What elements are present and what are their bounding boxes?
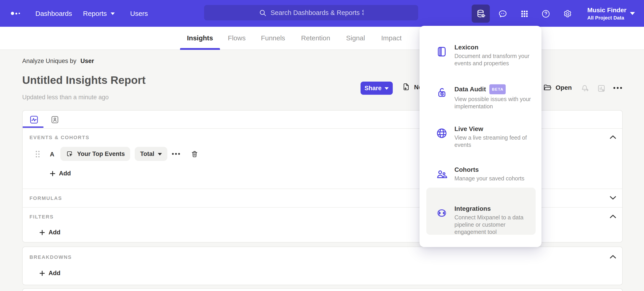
drag-dots-icon [35,150,40,158]
menu-item-live-view[interactable]: Live View View a live streaming feed of … [426,122,536,163]
project-name: Music Finder [587,6,626,13]
dashboard-plus-icon [597,84,606,93]
create-alert-button[interactable] [580,84,590,93]
more-dots-icon [613,87,622,89]
open-report-label: Open [556,84,572,91]
profiles-view-tab[interactable] [50,115,60,124]
menu-item-desc: View a live streaming feed of events [454,134,534,149]
aggregation-select-button[interactable]: Total [135,147,168,161]
filters-collapse-chevron[interactable] [610,214,616,219]
chevron-up-icon [610,135,616,139]
add-to-dashboard-button[interactable] [597,84,606,93]
settings-button[interactable] [562,8,572,18]
breakdowns-collapse-chevron[interactable] [610,255,616,259]
integrations-icon [436,207,448,219]
more-options-button[interactable] [613,87,622,89]
logo-dot [18,13,20,14]
add-event-label: Add [59,170,71,177]
tab-insights[interactable]: Insights [187,34,213,42]
add-event-button[interactable]: Add [50,170,71,177]
breakdowns-card: BREAKDOWNS Add [22,247,623,285]
aggregation-label: Total [140,150,154,157]
event-select-button[interactable]: Your Top Events [60,147,130,161]
grid-icon [520,9,528,18]
feedback-button[interactable] [498,8,508,18]
data-management-button[interactable] [472,4,490,23]
search-icon [259,9,266,16]
menu-item-title: Data AuditBETA [454,84,534,94]
tab-signal[interactable]: Signal [346,34,365,42]
profile-card-icon [50,115,60,124]
tab-retention[interactable]: Retention [301,34,330,42]
menu-item-text: Data AuditBETA View possible issues with… [454,84,534,122]
updated-timestamp: Updated less than a minute ago [22,94,108,101]
beta-badge: BETA [490,84,506,94]
nav-item-reports[interactable]: Reports [83,9,114,17]
chevron-up-icon [610,255,616,259]
chevron-down-icon [110,12,114,15]
logo-dot [11,12,14,15]
event-row-more-button[interactable] [172,153,180,155]
question-circle-icon [541,9,550,18]
event-cursor-icon [66,150,74,158]
report-type-tabbar: Insights Flows Funnels Retention Signal … [0,27,644,50]
menu-item-text: Live View View a live streaming feed of … [454,125,534,163]
new-report-icon [402,82,410,91]
project-selector[interactable]: Music Finder All Project Data [587,6,626,20]
menu-item-desc: Connect Mixpanel to a data pipeline or c… [454,214,534,236]
metrics-view-tab[interactable] [29,115,39,125]
menu-item-title: Integrations [454,205,534,213]
nav-item-users[interactable]: Users [130,9,148,17]
search-input[interactable] [270,9,364,16]
logo-dot [16,12,17,14]
apps-grid-button[interactable] [519,8,529,18]
formulas-section-label: FORMULAS [30,195,62,201]
share-button[interactable]: Share [360,82,393,95]
events-collapse-chevron[interactable] [610,135,616,139]
drag-handle[interactable] [35,150,40,158]
menu-item-integrations[interactable]: Integrations Connect Mixpanel to a data … [426,188,536,235]
add-filter-button[interactable]: Add [40,229,60,236]
tab-funnels[interactable]: Funnels [261,34,285,42]
tab-impact[interactable]: Impact [381,34,402,42]
plus-icon [40,230,45,235]
chevron-down-icon [385,87,389,89]
feedback-bubble-icon [498,9,507,18]
report-title[interactable]: Untitled Insights Report [22,74,146,87]
next-card-edge [22,288,623,291]
share-label: Share [364,85,382,92]
add-breakdown-button[interactable]: Add [40,270,60,277]
plus-icon [50,171,55,176]
globe-icon [436,127,448,139]
menu-item-lexicon[interactable]: Lexicon Document and transform your even… [426,40,536,81]
global-search[interactable] [204,5,418,20]
event-select-label: Your Top Events [77,150,125,157]
more-dots-icon [172,153,180,155]
chevron-down-icon[interactable] [630,12,635,15]
events-section-label: EVENTS & COHORTS [30,135,90,140]
formulas-expand-chevron[interactable] [610,196,616,200]
analyze-prefix: Analyze Uniques by [22,57,76,64]
filters-section-label: FILTERS [30,214,54,219]
nav-item-dashboards[interactable]: Dashboards [35,9,72,17]
project-scope: All Project Data [587,15,626,20]
help-button[interactable] [540,8,550,18]
mixpanel-logo[interactable] [11,10,20,16]
active-view-underline [23,126,44,128]
analyze-entity[interactable]: User [80,57,94,64]
lock-icon [436,87,448,98]
menu-item-text: Lexicon Document and transform your even… [454,43,534,81]
add-filter-label: Add [48,229,60,236]
gear-icon [562,9,572,18]
menu-item-data-audit[interactable]: Data AuditBETA View possible issues with… [426,81,536,122]
active-tab-underline [180,48,220,50]
chevron-down-icon [610,196,616,200]
open-report-button[interactable]: Open [543,83,572,92]
data-management-menu: Lexicon Document and transform your even… [420,26,542,247]
tab-flows[interactable]: Flows [228,34,246,42]
menu-item-title: Live View [454,125,534,133]
menu-item-title: Lexicon [454,43,534,51]
folder-open-icon [543,83,552,92]
menu-item-desc: Manage your saved cohorts [454,175,534,182]
delete-event-button[interactable] [190,150,199,158]
